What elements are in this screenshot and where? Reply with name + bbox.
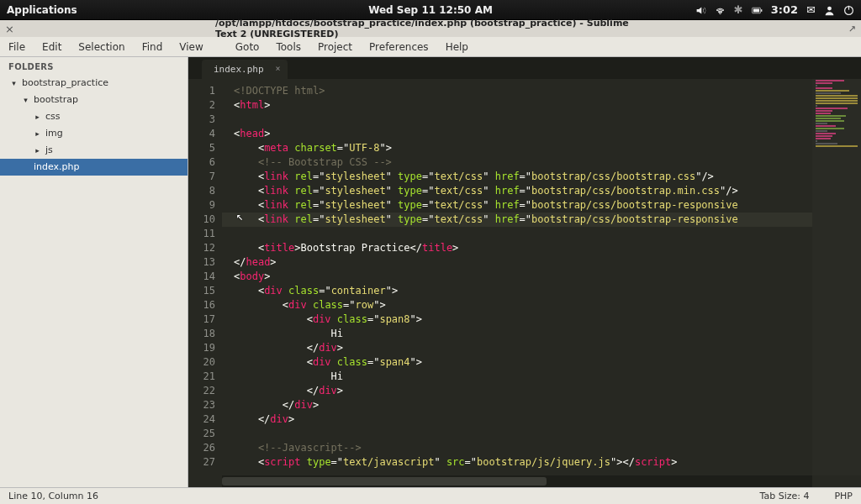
svg-point-3 bbox=[827, 7, 832, 11]
wifi-icon[interactable] bbox=[715, 3, 726, 16]
menu-view[interactable]: View bbox=[171, 38, 211, 56]
scrollbar-thumb[interactable] bbox=[222, 477, 547, 486]
os-time: 3:02 bbox=[771, 3, 798, 16]
chevron-right-icon: ▸ bbox=[34, 144, 41, 157]
folder-css[interactable]: ▸css bbox=[0, 108, 188, 125]
chevron-right-icon: ▸ bbox=[34, 110, 41, 123]
chevron-down-icon: ▾ bbox=[10, 76, 18, 90]
horizontal-scrollbar[interactable] bbox=[222, 475, 812, 487]
sidebar: FOLDERS ▾bootstrap_practice ▾bootstrap ▸… bbox=[0, 57, 188, 487]
menu-tools[interactable]: Tools bbox=[267, 38, 309, 56]
volume-icon[interactable] bbox=[695, 3, 706, 16]
menubar: File Edit Selection Find View Goto Tools… bbox=[0, 37, 861, 57]
menu-help[interactable]: Help bbox=[437, 38, 477, 56]
cursor-position: Line 10, Column 16 bbox=[8, 491, 98, 501]
menu-selection[interactable]: Selection bbox=[70, 38, 133, 56]
close-tab-icon[interactable]: × bbox=[276, 64, 281, 73]
folder-bootstrap[interactable]: ▾bootstrap bbox=[0, 92, 188, 108]
user-icon[interactable] bbox=[824, 3, 835, 16]
menu-find[interactable]: Find bbox=[134, 38, 172, 56]
os-clock-center: Wed Sep 11 12:50 AM bbox=[368, 4, 493, 16]
menu-edit[interactable]: Edit bbox=[34, 38, 70, 56]
folder-js[interactable]: ▸js bbox=[0, 142, 188, 159]
gutter: 1234567891011121314151617181920212223242… bbox=[188, 79, 222, 487]
battery-icon[interactable] bbox=[752, 3, 763, 16]
folder-root[interactable]: ▾bootstrap_practice bbox=[0, 75, 188, 92]
sidebar-header: FOLDERS bbox=[0, 57, 188, 75]
file-index[interactable]: index.php bbox=[0, 159, 188, 176]
chevron-down-icon: ▾ bbox=[22, 93, 29, 107]
svg-rect-2 bbox=[753, 9, 759, 13]
power-icon[interactable] bbox=[843, 3, 854, 16]
menu-preferences[interactable]: Preferences bbox=[361, 38, 437, 56]
folder-img[interactable]: ▸img bbox=[0, 125, 188, 142]
code-area[interactable]: <!DOCTYPE html> <html> <head> <meta char… bbox=[222, 79, 848, 475]
tab-label: index.php bbox=[214, 64, 264, 75]
menu-goto[interactable]: Goto bbox=[227, 38, 268, 56]
maximize-icon[interactable]: ↗ bbox=[848, 24, 856, 34]
window-title: /opt/lampp/htdocs/bootstrap_practice/ind… bbox=[215, 18, 646, 39]
close-icon[interactable]: × bbox=[0, 23, 19, 35]
menu-project[interactable]: Project bbox=[309, 38, 361, 56]
tab-index[interactable]: index.php × bbox=[202, 60, 288, 79]
window-titlebar[interactable]: × /opt/lampp/htdocs/bootstrap_practice/i… bbox=[0, 20, 861, 37]
mail-icon[interactable]: ✉ bbox=[806, 3, 816, 16]
minimap[interactable] bbox=[812, 79, 861, 475]
applications-menu[interactable]: Applications bbox=[7, 4, 77, 16]
editor: index.php × 1234567891011121314151617181… bbox=[188, 57, 861, 487]
chevron-right-icon: ▸ bbox=[34, 127, 41, 140]
syntax-language[interactable]: PHP bbox=[834, 491, 853, 501]
menu-file[interactable]: File bbox=[0, 38, 34, 56]
bluetooth-icon[interactable]: ✱ bbox=[734, 3, 743, 16]
svg-rect-1 bbox=[761, 9, 762, 12]
tab-bar: index.php × bbox=[188, 57, 861, 79]
status-bar: Line 10, Column 16 Tab Size: 4 PHP bbox=[0, 487, 861, 504]
svg-rect-5 bbox=[848, 6, 849, 10]
tab-size[interactable]: Tab Size: 4 bbox=[760, 491, 810, 501]
